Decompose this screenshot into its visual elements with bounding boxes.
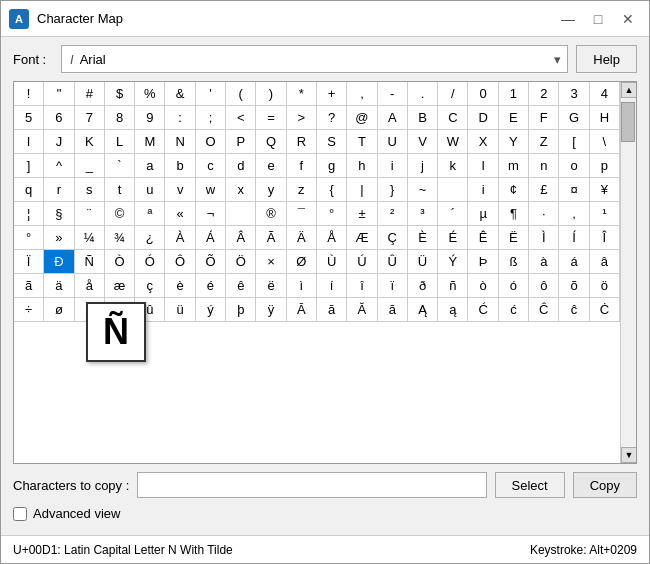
char-cell[interactable]: P	[226, 130, 256, 154]
char-cell[interactable]: ©	[105, 202, 135, 226]
char-cell[interactable]: V	[408, 130, 438, 154]
char-cell[interactable]: ,	[347, 82, 377, 106]
char-cell[interactable]: Ê	[468, 226, 498, 250]
char-cell[interactable]: £	[529, 178, 559, 202]
char-cell[interactable]: G	[559, 106, 589, 130]
char-cell[interactable]: å	[75, 274, 105, 298]
char-cell[interactable]: ;	[196, 106, 226, 130]
char-cell[interactable]: o	[559, 154, 589, 178]
char-cell[interactable]: ì	[287, 274, 317, 298]
char-cell[interactable]: '	[196, 82, 226, 106]
char-cell[interactable]: §	[44, 202, 74, 226]
char-cell[interactable]: b	[165, 154, 195, 178]
char-cell[interactable]: ¦	[14, 202, 44, 226]
char-cell[interactable]: Ú	[347, 250, 377, 274]
char-cell[interactable]: (	[226, 82, 256, 106]
select-button[interactable]: Select	[495, 472, 565, 498]
char-cell[interactable]: ´	[438, 202, 468, 226]
char-cell[interactable]: L	[105, 130, 135, 154]
char-cell[interactable]: <	[226, 106, 256, 130]
maximize-button[interactable]: □	[585, 6, 611, 32]
scrollbar-track[interactable]	[621, 98, 636, 447]
char-cell[interactable]: ñ	[438, 274, 468, 298]
char-cell[interactable]: >	[287, 106, 317, 130]
scrollbar-thumb[interactable]	[621, 102, 635, 142]
char-cell[interactable]: !	[14, 82, 44, 106]
char-cell[interactable]: ¹	[590, 202, 620, 226]
char-cell[interactable]: ¥	[590, 178, 620, 202]
char-cell[interactable]: á	[559, 250, 589, 274]
help-button[interactable]: Help	[576, 45, 637, 73]
char-cell[interactable]: Ð	[44, 250, 74, 274]
char-cell[interactable]: I	[14, 130, 44, 154]
char-cell[interactable]: A	[378, 106, 408, 130]
char-cell[interactable]: ~	[408, 178, 438, 202]
char-cell[interactable]: 2	[529, 82, 559, 106]
char-cell[interactable]: ÿ	[256, 298, 286, 322]
char-cell[interactable]: J	[44, 130, 74, 154]
char-cell[interactable]: ª	[135, 202, 165, 226]
char-cell[interactable]: E	[499, 106, 529, 130]
char-cell[interactable]: â	[590, 250, 620, 274]
char-cell[interactable]: 1	[499, 82, 529, 106]
char-cell[interactable]: h	[347, 154, 377, 178]
char-cell[interactable]: Õ	[196, 250, 226, 274]
char-cell[interactable]: è	[165, 274, 195, 298]
char-cell[interactable]: ö	[590, 274, 620, 298]
char-cell[interactable]: `	[105, 154, 135, 178]
char-cell[interactable]: ã	[14, 274, 44, 298]
char-cell[interactable]: ò	[468, 274, 498, 298]
copy-button[interactable]: Copy	[573, 472, 637, 498]
scroll-up-button[interactable]: ▲	[621, 82, 637, 98]
char-cell[interactable]: @	[347, 106, 377, 130]
char-cell[interactable]: [	[559, 130, 589, 154]
char-cell[interactable]: 0	[468, 82, 498, 106]
char-cell[interactable]: C	[438, 106, 468, 130]
char-cell[interactable]: q	[14, 178, 44, 202]
char-cell[interactable]: ]	[14, 154, 44, 178]
char-cell[interactable]: È	[408, 226, 438, 250]
char-cell[interactable]: S	[317, 130, 347, 154]
char-cell[interactable]: s	[75, 178, 105, 202]
char-cell[interactable]: Ă	[347, 298, 377, 322]
char-cell[interactable]: Ã	[256, 226, 286, 250]
char-cell[interactable]: O	[196, 130, 226, 154]
char-cell[interactable]: ê	[226, 274, 256, 298]
char-cell[interactable]: Z	[529, 130, 559, 154]
char-cell[interactable]: Ý	[438, 250, 468, 274]
char-cell[interactable]: *	[287, 82, 317, 106]
char-cell[interactable]: {	[317, 178, 347, 202]
char-cell[interactable]: À	[165, 226, 195, 250]
char-cell[interactable]: þ	[226, 298, 256, 322]
char-cell[interactable]: 8	[105, 106, 135, 130]
char-cell[interactable]: #	[75, 82, 105, 106]
char-cell[interactable]: 6	[44, 106, 74, 130]
scrollbar[interactable]: ▲ ▼	[620, 82, 636, 463]
char-cell[interactable]: x	[226, 178, 256, 202]
char-cell[interactable]: Ì	[529, 226, 559, 250]
char-cell[interactable]: c	[196, 154, 226, 178]
char-cell[interactable]: ®	[256, 202, 286, 226]
char-cell[interactable]: ³	[408, 202, 438, 226]
char-cell[interactable]: °	[317, 202, 347, 226]
advanced-view-checkbox[interactable]	[13, 507, 27, 521]
font-selector[interactable]: I Arial	[61, 45, 568, 73]
char-cell[interactable]: ø	[44, 298, 74, 322]
char-cell[interactable]: 9	[135, 106, 165, 130]
char-cell[interactable]: ð	[408, 274, 438, 298]
char-cell[interactable]: ­	[226, 202, 256, 226]
char-cell[interactable]: ë	[256, 274, 286, 298]
scroll-down-button[interactable]: ▼	[621, 447, 637, 463]
char-cell[interactable]: l	[468, 154, 498, 178]
char-cell[interactable]: B	[408, 106, 438, 130]
char-cell[interactable]: v	[165, 178, 195, 202]
char-cell[interactable]: 4	[590, 82, 620, 106]
char-cell[interactable]: É	[438, 226, 468, 250]
char-cell[interactable]: »	[44, 226, 74, 250]
char-cell[interactable]: ¤	[559, 178, 589, 202]
char-cell[interactable]: R	[287, 130, 317, 154]
char-cell[interactable]: ·	[529, 202, 559, 226]
char-cell[interactable]: ^	[44, 154, 74, 178]
char-cell[interactable]: D	[468, 106, 498, 130]
char-cell[interactable]: d	[226, 154, 256, 178]
